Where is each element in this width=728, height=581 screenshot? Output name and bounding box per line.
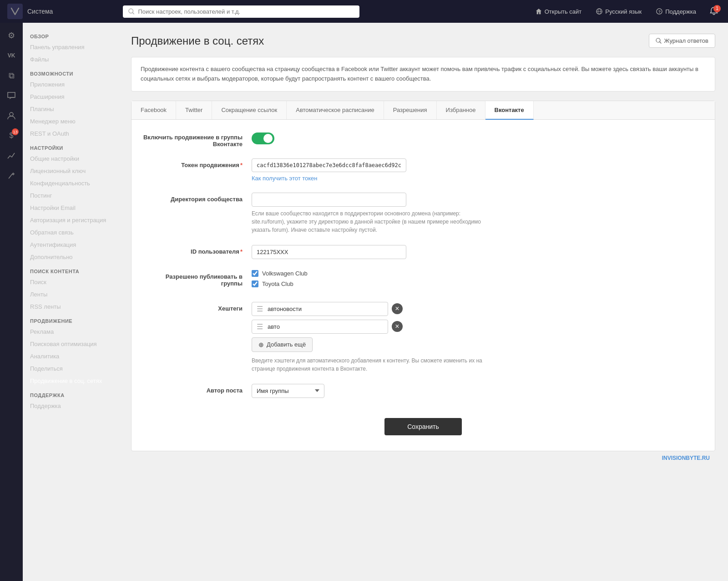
sidebar-icon-money[interactable]: $ 13 — [2, 127, 20, 145]
notification-badge: 1 — [713, 5, 721, 12]
journal-button[interactable]: Журнал ответов — [649, 34, 715, 48]
vw-checkbox[interactable] — [252, 270, 258, 277]
nav-item-social-promo[interactable]: Продвижение в соц. сетях — [23, 375, 118, 387]
svg-line-9 — [660, 42, 661, 43]
content-area: Продвижение в соц. сетях Журнал ответов … — [118, 23, 728, 581]
search-small-icon — [656, 38, 662, 44]
tab-twitter[interactable]: Twitter — [176, 101, 212, 119]
nav-item-apps[interactable]: Приложения — [23, 78, 118, 91]
community-help: Если ваше сообщество находится в поддире… — [252, 209, 493, 234]
sidebar: ⚙ VK ⧉ $ 13 ОБЗОР Панель управления Файл — [0, 23, 118, 581]
page-title: Продвижение в соц. сетях — [131, 35, 264, 47]
notifications-button[interactable]: 1 — [704, 3, 723, 20]
home-icon — [536, 8, 542, 15]
sidebar-icon-chat[interactable] — [2, 87, 20, 105]
main-layout: ⚙ VK ⧉ $ 13 ОБЗОР Панель управления Файл — [0, 23, 728, 581]
system-label: Система — [27, 8, 53, 15]
nav-item-dashboard[interactable]: Панель управления — [23, 41, 118, 53]
form-row-groups: Разрешено публиковать в группы Volkswage… — [142, 270, 704, 291]
nav-item-rss[interactable]: RSS ленты — [23, 301, 118, 313]
hashtag-wrap-2: ☰ — [252, 320, 388, 334]
userid-input[interactable] — [252, 245, 406, 259]
svg-text:?: ? — [658, 10, 661, 14]
nav-section-promo: ПРОДВИЖЕНИЕ — [23, 313, 118, 326]
remove-hashtag-2[interactable]: × — [392, 321, 403, 332]
nav-item-seo[interactable]: Поисковая оптимизация — [23, 338, 118, 350]
search-input[interactable] — [138, 8, 354, 15]
description-block: Продвижение контента с вашего сообщества… — [131, 57, 715, 92]
nav-item-privacy[interactable]: Конфиденциальность — [23, 177, 118, 189]
footer-brand: INVISIONBYTE.RU — [131, 451, 715, 465]
form-row-toggle: Включить продвижение в группы Вконтакте — [142, 131, 704, 148]
nav-item-search[interactable]: Поиск — [23, 276, 118, 288]
nav-item-additional[interactable]: Дополнительно — [23, 251, 118, 263]
form-row-community: Директория сообщества Если ваше сообщест… — [142, 193, 704, 234]
nav-item-email[interactable]: Настройки Email — [23, 202, 118, 214]
drag-handle-1[interactable]: ☰ — [254, 305, 266, 313]
svg-point-7 — [10, 112, 13, 116]
author-select[interactable]: Имя группы Имя пользователя — [252, 384, 324, 398]
support-button[interactable]: ? Поддержка — [650, 5, 703, 19]
nav-item-menu-manager[interactable]: Менеджер меню — [23, 115, 118, 127]
nav-item-analytics[interactable]: Аналитика — [23, 350, 118, 362]
sidebar-icon-chart[interactable] — [2, 147, 20, 165]
nav-item-extensions[interactable]: Расширения — [23, 91, 118, 103]
nav-item-share[interactable]: Поделиться — [23, 362, 118, 375]
nav-item-feedback[interactable]: Обратная связь — [23, 226, 118, 239]
token-input[interactable] — [252, 158, 406, 172]
search-icon — [128, 8, 134, 15]
save-button[interactable]: Сохранить — [384, 418, 462, 435]
tab-vkontakte-content: Включить продвижение в группы Вконтакте … — [131, 120, 715, 451]
tab-auto-schedule[interactable]: Автоматическое расписание — [287, 101, 384, 119]
checkbox-toyota: Toyota Club — [252, 280, 704, 287]
sidebar-icon-settings[interactable]: ⚙ — [2, 26, 20, 45]
userid-control — [252, 245, 704, 259]
remove-hashtag-1[interactable]: × — [392, 303, 403, 314]
vk-promo-toggle[interactable] — [252, 133, 274, 144]
hashtag-input-1[interactable] — [266, 302, 386, 316]
nav-item-feeds[interactable]: Ленты — [23, 288, 118, 301]
tabs-container: Facebook Twitter Сокращение ссылок Автом… — [131, 101, 715, 451]
nav-item-support[interactable]: Поддержка — [23, 400, 118, 412]
token-control: Как получить этот токен — [252, 158, 704, 182]
tab-shorten-links[interactable]: Сокращение ссылок — [212, 101, 287, 119]
tab-vkontakte[interactable]: Вконтакте — [485, 101, 534, 120]
sidebar-icon-brush[interactable] — [2, 167, 20, 185]
open-site-button[interactable]: Открыть сайт — [529, 5, 588, 19]
toggle-knob — [263, 134, 273, 143]
community-input[interactable] — [252, 193, 406, 207]
drag-handle-2[interactable]: ☰ — [254, 322, 266, 331]
sidebar-icon-copy[interactable]: ⧉ — [2, 66, 20, 85]
nav-item-authentication[interactable]: Аутентификация — [23, 239, 118, 251]
hashtags-label: Хештеги — [142, 302, 243, 312]
community-control: Если ваше сообщество находится в поддире… — [252, 193, 704, 234]
sidebar-icon-user[interactable] — [2, 107, 20, 125]
search-box — [123, 5, 359, 18]
nav-section-search: ПОИСК КОНТЕНТА — [23, 263, 118, 276]
nav-item-license[interactable]: Лицензионный ключ — [23, 165, 118, 177]
tab-permissions[interactable]: Разрешения — [384, 101, 437, 119]
nav-section-support: ПОДДЕРЖКА — [23, 387, 118, 400]
token-label: Токен продвижения* — [142, 158, 243, 168]
tab-facebook[interactable]: Facebook — [131, 101, 176, 119]
add-hashtag-button[interactable]: ⊕ Добавить ещё — [252, 337, 313, 352]
nav-item-posting[interactable]: Постинг — [23, 189, 118, 202]
globe-icon — [596, 8, 602, 15]
tab-favorites[interactable]: Избранное — [437, 101, 485, 119]
nav-item-auth[interactable]: Авторизация и регистрация — [23, 214, 118, 226]
token-help-link[interactable]: Как получить этот токен — [252, 175, 704, 182]
sidebar-icon-vk[interactable]: VK — [2, 46, 20, 65]
save-btn-row: Сохранить — [142, 409, 704, 440]
language-button[interactable]: Русский язык — [590, 5, 648, 19]
nav-item-files[interactable]: Файлы — [23, 53, 118, 66]
logo-area: Система — [0, 4, 118, 19]
toyota-checkbox[interactable] — [252, 280, 258, 287]
token-required: * — [240, 162, 243, 168]
nav-item-rest-oauth[interactable]: REST и OAuth — [23, 127, 118, 140]
nav-item-ads[interactable]: Реклама — [23, 326, 118, 338]
nav-item-plugins[interactable]: Плагины — [23, 103, 118, 115]
hashtag-input-2[interactable] — [266, 320, 386, 333]
form-row-hashtags: Хештеги ☰ × ☰ — [142, 302, 704, 373]
nav-item-general[interactable]: Общие настройки — [23, 153, 118, 165]
tabs-bar: Facebook Twitter Сокращение ссылок Автом… — [131, 101, 715, 120]
